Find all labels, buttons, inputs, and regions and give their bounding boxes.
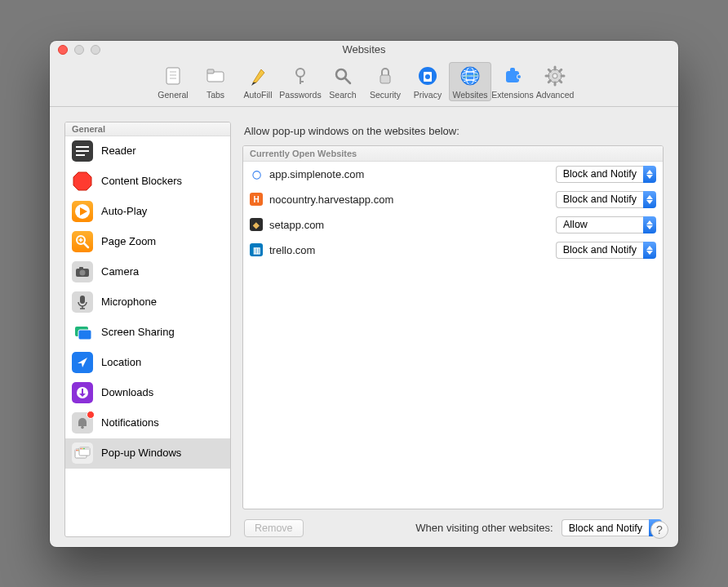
svg-point-66	[83, 447, 85, 449]
toolbar-tab-label: AutoFill	[243, 90, 272, 100]
remove-button[interactable]: Remove	[244, 519, 304, 537]
website-row[interactable]: ◆ setapp.com Allow	[243, 212, 663, 238]
panel-footer: Remove When visiting other websites: Blo…	[242, 509, 664, 537]
updown-icon	[643, 216, 656, 233]
sidebar-item-downloads[interactable]: Downloads	[65, 378, 230, 408]
toolbar-tab-label: General	[158, 90, 188, 100]
policy-select[interactable]: Allow	[556, 216, 656, 233]
sidebar-item-pop-up-windows[interactable]: Pop-up Windows	[65, 438, 230, 469]
svg-point-64	[80, 447, 82, 449]
website-row[interactable]: ▥ trello.com Block and Notify	[243, 238, 663, 263]
svg-point-65	[82, 447, 83, 449]
general-icon	[162, 64, 184, 87]
toolbar-tab-tabs[interactable]: Tabs	[194, 62, 237, 101]
policy-value: Block and Notify	[556, 166, 643, 183]
sidebar-item-reader[interactable]: Reader	[65, 136, 230, 167]
svg-line-29	[548, 80, 550, 82]
sidebar-item-label: Screen Sharing	[101, 326, 175, 338]
favicon: H	[250, 193, 263, 206]
svg-rect-11	[380, 75, 390, 83]
sidebar-item-label: Reader	[101, 145, 136, 157]
website-row[interactable]: ◯ app.simplenote.com Block and Notify	[243, 162, 663, 187]
passwords-icon	[289, 64, 312, 87]
sidebar-item-content-blockers[interactable]: Content Blockers	[65, 167, 230, 197]
help-button[interactable]: ?	[650, 521, 668, 539]
toolbar-tab-extensions[interactable]: Extensions	[491, 62, 534, 101]
svg-rect-51	[78, 330, 91, 340]
tabs-icon	[204, 64, 227, 87]
policy-value: Block and Notify	[556, 242, 643, 259]
policy-value: Block and Notify	[556, 191, 643, 208]
favicon: ▥	[250, 243, 263, 256]
page-zoom-icon	[72, 231, 93, 252]
svg-rect-7	[300, 76, 301, 84]
autofill-icon	[246, 64, 269, 87]
preferences-window: Websites GeneralTabsAutoFillPasswordsSea…	[50, 41, 678, 547]
sidebar-item-label: Microphone	[101, 296, 157, 308]
policy-select[interactable]: Block and Notify	[556, 191, 656, 208]
sidebar-item-location[interactable]: Location	[65, 348, 230, 378]
toolbar-tab-label: Privacy	[414, 90, 442, 100]
panel-heading: Allow pop-up windows on the websites bel…	[242, 122, 664, 145]
policy-select[interactable]: Block and Notify	[556, 166, 656, 183]
website-row[interactable]: H nocountry.harvestapp.com Block and Not…	[243, 187, 663, 212]
svg-line-27	[560, 80, 562, 82]
toolbar-tab-passwords[interactable]: Passwords	[279, 62, 322, 101]
toolbar-tab-autofill[interactable]: AutoFill	[237, 62, 279, 101]
svg-rect-47	[80, 296, 85, 304]
extensions-icon	[501, 64, 524, 87]
sidebar-item-label: Notifications	[101, 416, 159, 429]
security-icon	[374, 64, 397, 87]
sidebar-item-label: Camera	[101, 265, 139, 278]
sidebar-list: ReaderContent BlockersAuto-PlayPage Zoom…	[65, 136, 230, 536]
policy-select[interactable]: Block and Notify	[556, 242, 656, 259]
toolbar-tab-privacy[interactable]: Privacy	[406, 62, 449, 101]
svg-rect-21	[510, 68, 515, 73]
auto-play-icon	[72, 201, 93, 222]
preferences-toolbar: GeneralTabsAutoFillPasswordsSearchSecuri…	[50, 59, 678, 107]
svg-line-33	[560, 69, 562, 71]
sidebar-item-screen-sharing[interactable]: Screen Sharing	[65, 318, 230, 348]
privacy-icon	[416, 64, 439, 87]
sidebar-item-label: Downloads	[101, 386, 153, 398]
sidebar-item-camera[interactable]: Camera	[65, 257, 230, 287]
sidebar-item-page-zoom[interactable]: Page Zoom	[65, 227, 230, 257]
sidebar-item-label: Auto-Play	[101, 205, 147, 217]
titlebar: Websites	[50, 41, 678, 59]
svg-point-56	[81, 425, 84, 429]
pop-up-windows-icon	[72, 442, 93, 464]
toolbar-tab-label: Extensions	[491, 90, 533, 100]
toolbar-tab-label: Advanced	[536, 90, 575, 100]
toolbar-tab-general[interactable]: General	[152, 62, 194, 101]
svg-point-59	[76, 449, 78, 451]
svg-rect-0	[166, 68, 180, 84]
toolbar-tab-websites[interactable]: Websites	[449, 62, 491, 101]
favicon: ◯	[250, 167, 263, 180]
svg-marker-52	[78, 358, 87, 367]
toolbar-tab-security[interactable]: Security	[364, 62, 406, 101]
sidebar-item-label: Pop-up Windows	[101, 447, 181, 459]
sidebar-item-microphone[interactable]: Microphone	[65, 287, 230, 318]
sidebar-header: General	[65, 122, 230, 136]
default-policy-select[interactable]: Block and Notify	[562, 519, 662, 536]
sidebar-item-notifications[interactable]: Notifications	[65, 408, 230, 438]
camera-icon	[72, 261, 93, 282]
toolbar-tab-search[interactable]: Search	[322, 62, 364, 101]
favicon: ◆	[250, 218, 263, 231]
toolbar-tab-label: Websites	[453, 90, 488, 100]
toolbar-tab-label: Tabs	[206, 90, 224, 100]
sidebar-item-auto-play[interactable]: Auto-Play	[65, 197, 230, 227]
advanced-icon	[544, 64, 566, 87]
svg-rect-5	[207, 69, 214, 73]
toolbar-tab-label: Passwords	[279, 90, 321, 100]
toolbar-tab-advanced[interactable]: Advanced	[534, 62, 576, 101]
websites-icon	[459, 64, 482, 87]
svg-point-6	[296, 69, 304, 77]
screen-sharing-icon	[72, 322, 93, 343]
content-area: General ReaderContent BlockersAuto-PlayP…	[50, 107, 678, 547]
svg-point-45	[80, 269, 86, 275]
updown-icon	[643, 191, 656, 208]
sidebar-item-label: Content Blockers	[101, 175, 182, 187]
svg-point-23	[517, 75, 521, 78]
content-blockers-icon	[72, 171, 93, 192]
